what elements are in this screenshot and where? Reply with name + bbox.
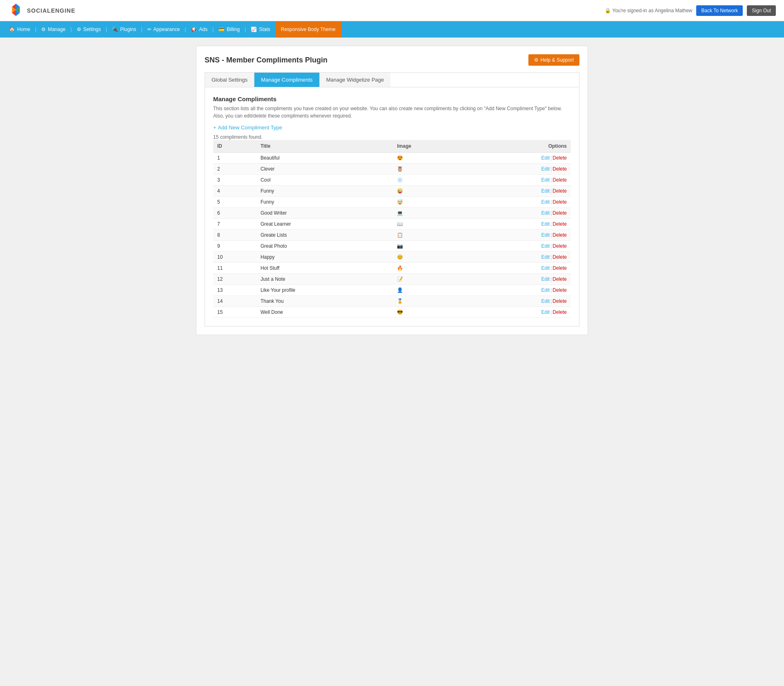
edit-link[interactable]: Edit xyxy=(541,232,550,238)
delete-link[interactable]: Delete xyxy=(552,243,567,249)
edit-link[interactable]: Edit xyxy=(541,276,550,282)
cell-options: Edit|Delete xyxy=(464,274,571,285)
cell-id: 1 xyxy=(213,153,256,164)
edit-link[interactable]: Edit xyxy=(541,298,550,304)
col-options: Options xyxy=(464,140,571,153)
cell-image: 🦉 xyxy=(393,164,464,175)
option-separator: | xyxy=(550,276,552,282)
cell-title: Great Learner xyxy=(256,219,393,230)
delete-link[interactable]: Delete xyxy=(552,210,567,216)
edit-link[interactable]: Edit xyxy=(541,199,550,205)
logo-text: SOCIALENGINE xyxy=(27,7,76,14)
nav-item-settings[interactable]: ⚙ Settings xyxy=(72,21,106,38)
delete-link[interactable]: Delete xyxy=(552,298,567,304)
add-new-compliment-link[interactable]: + Add New Compliment Type xyxy=(213,124,282,131)
edit-link[interactable]: Edit xyxy=(541,254,550,260)
manage-icon: ⚙ xyxy=(41,27,46,32)
cell-image: 😊 xyxy=(393,252,464,263)
delete-link[interactable]: Delete xyxy=(552,221,567,227)
table-row: 12Just a Note📝Edit|Delete xyxy=(213,274,571,285)
cell-options: Edit|Delete xyxy=(464,197,571,208)
nav-home-label: Home xyxy=(17,27,30,32)
option-separator: | xyxy=(550,254,552,260)
nav-active-item[interactable]: Responsive Body Theme xyxy=(275,21,341,38)
settings-icon: ⚙ xyxy=(77,27,81,32)
plugin-title: SNS - Member Compliments Plugin xyxy=(205,56,327,64)
delete-link[interactable]: Delete xyxy=(552,265,567,271)
option-separator: | xyxy=(550,243,552,249)
main-content: SNS - Member Compliments Plugin ⚙ Help &… xyxy=(196,46,588,335)
delete-link[interactable]: Delete xyxy=(552,199,567,205)
nav-item-stats[interactable]: 📈 Stats xyxy=(246,21,275,38)
tab-manage-compliments[interactable]: Manage Compliments xyxy=(254,73,319,87)
edit-link[interactable]: Edit xyxy=(541,287,550,293)
cell-title: Cool xyxy=(256,175,393,186)
cell-title: Funny xyxy=(256,197,393,208)
delete-link[interactable]: Delete xyxy=(552,287,567,293)
cell-title: Like Your profile xyxy=(256,285,393,296)
nav-item-plugins[interactable]: 🔌 Plugins xyxy=(107,21,141,38)
delete-link[interactable]: Delete xyxy=(552,166,567,172)
delete-link[interactable]: Delete xyxy=(552,232,567,238)
table-row: 10Happy😊Edit|Delete xyxy=(213,252,571,263)
table-row: 14Thank You🏅Edit|Delete xyxy=(213,296,571,307)
table-row: 9Great Photo📷Edit|Delete xyxy=(213,241,571,252)
option-separator: | xyxy=(550,166,552,172)
nav-item-home[interactable]: 🏠 Home xyxy=(4,21,35,38)
nav-item-billing[interactable]: 💳 Billing xyxy=(214,21,245,38)
cell-title: Clever xyxy=(256,164,393,175)
nav-appearance-label: Appearance xyxy=(154,27,180,32)
col-image: Image xyxy=(393,140,464,153)
delete-link[interactable]: Delete xyxy=(552,276,567,282)
edit-link[interactable]: Edit xyxy=(541,155,550,161)
back-to-network-button[interactable]: Back To Network xyxy=(696,5,743,16)
help-support-button[interactable]: ⚙ Help & Support xyxy=(528,54,579,66)
edit-link[interactable]: Edit xyxy=(541,243,550,249)
option-separator: | xyxy=(550,287,552,293)
edit-link[interactable]: Edit xyxy=(541,309,550,315)
plugin-header: SNS - Member Compliments Plugin ⚙ Help &… xyxy=(205,54,579,66)
plugins-icon: 🔌 xyxy=(112,27,118,32)
cell-image: 📋 xyxy=(393,230,464,241)
cell-title: Thank You xyxy=(256,296,393,307)
table-body: 1Beautiful😍Edit|Delete2Clever🦉Edit|Delet… xyxy=(213,153,571,318)
nav-item-appearance[interactable]: ✏ Appearance xyxy=(143,21,185,38)
cell-options: Edit|Delete xyxy=(464,186,571,197)
option-separator: | xyxy=(550,309,552,315)
compliments-table: ID Title Image Options 1Beautiful😍Edit|D… xyxy=(213,140,571,318)
edit-link[interactable]: Edit xyxy=(541,188,550,194)
delete-link[interactable]: Delete xyxy=(552,254,567,260)
cell-title: Great Photo xyxy=(256,241,393,252)
delete-link[interactable]: Delete xyxy=(552,177,567,183)
cell-options: Edit|Delete xyxy=(464,175,571,186)
sign-out-button[interactable]: Sign Out xyxy=(747,5,776,16)
edit-link[interactable]: Edit xyxy=(541,177,550,183)
edit-link[interactable]: Edit xyxy=(541,166,550,172)
delete-link[interactable]: Delete xyxy=(552,309,567,315)
nav-item-ads[interactable]: 📢 Ads xyxy=(186,21,212,38)
table-row: 1Beautiful😍Edit|Delete xyxy=(213,153,571,164)
edit-link[interactable]: Edit xyxy=(541,221,550,227)
signed-in-text: 🔒 You're signed-in as Angelina Mathew xyxy=(605,8,693,13)
cell-options: Edit|Delete xyxy=(464,252,571,263)
tab-global-settings[interactable]: Global Settings xyxy=(205,73,254,87)
nav-manage-label: Manage xyxy=(48,27,65,32)
cell-image: 😎 xyxy=(393,307,464,318)
nav-stats-label: Stats xyxy=(259,27,270,32)
tab-manage-widgetize[interactable]: Manage Widgetize Page xyxy=(320,73,391,87)
delete-link[interactable]: Delete xyxy=(552,188,567,194)
help-icon: ⚙ xyxy=(534,57,539,63)
header-right: 🔒 You're signed-in as Angelina Mathew Ba… xyxy=(605,5,776,16)
edit-link[interactable]: Edit xyxy=(541,265,550,271)
option-separator: | xyxy=(550,265,552,271)
edit-link[interactable]: Edit xyxy=(541,210,550,216)
cell-id: 13 xyxy=(213,285,256,296)
table-row: 4Funny😜Edit|Delete xyxy=(213,186,571,197)
delete-link[interactable]: Delete xyxy=(552,155,567,161)
cell-id: 10 xyxy=(213,252,256,263)
cell-id: 12 xyxy=(213,274,256,285)
cell-image: 🤯 xyxy=(393,197,464,208)
col-id: ID xyxy=(213,140,256,153)
nav-item-manage[interactable]: ⚙ Manage xyxy=(36,21,70,38)
cell-options: Edit|Delete xyxy=(464,164,571,175)
